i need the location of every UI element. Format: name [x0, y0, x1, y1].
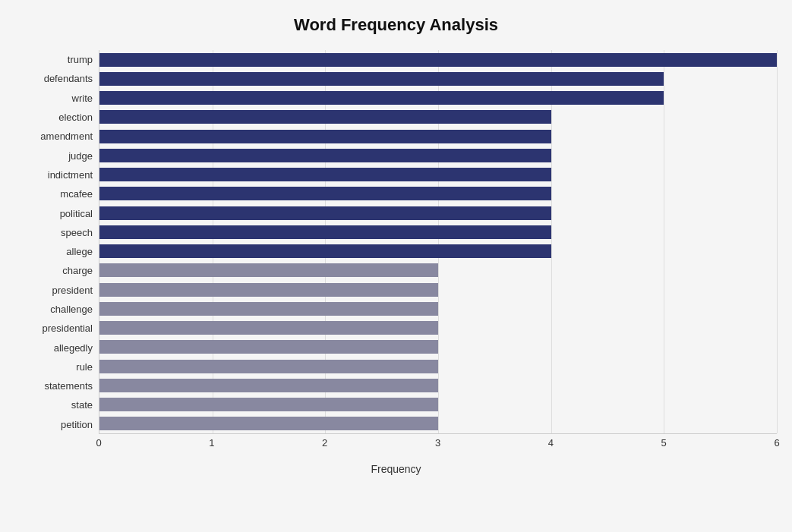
bar-row	[99, 52, 777, 68]
y-label: allegedly	[54, 340, 93, 355]
bar-row	[99, 397, 777, 412]
bar-row	[99, 378, 777, 393]
bar-row	[99, 244, 777, 259]
y-axis: trumpdefendantswriteelectionamendmentjud…	[15, 50, 99, 434]
y-label: defendants	[44, 71, 93, 87]
bar-row	[99, 339, 777, 354]
bar-trump	[99, 53, 777, 67]
bar-row	[99, 206, 777, 221]
y-label: statements	[44, 379, 93, 394]
y-label: president	[52, 282, 93, 297]
bar-petition	[99, 417, 438, 430]
bar-row	[99, 148, 777, 163]
bar-statements	[99, 379, 438, 392]
x-tick-5: 5	[661, 437, 667, 449]
x-tick-6: 6	[774, 437, 779, 449]
bar-row	[99, 301, 777, 316]
bar-row	[99, 416, 777, 431]
x-tick-1: 1	[209, 437, 214, 449]
chart-title: Word Frequency Analysis	[15, 15, 777, 35]
bar-write	[99, 91, 664, 105]
bar-row	[99, 71, 777, 87]
bar-speech	[99, 225, 551, 239]
bar-row	[99, 167, 777, 182]
bar-election	[99, 110, 551, 124]
x-tick-2: 2	[322, 437, 327, 449]
y-label: charge	[62, 263, 93, 279]
y-label: presidential	[43, 321, 93, 336]
y-label: speech	[61, 225, 93, 240]
grid-line	[664, 50, 664, 433]
chart-container: Word Frequency Analysis trumpdefendantsw…	[0, 0, 792, 532]
y-label: trump	[68, 52, 93, 68]
bar-presidential	[99, 321, 438, 335]
grid-line	[213, 50, 213, 433]
bar-row	[99, 282, 777, 297]
x-tick-4: 4	[548, 437, 554, 449]
bar-political	[99, 206, 551, 220]
bar-charge	[99, 263, 438, 277]
bar-row	[99, 186, 777, 201]
y-label: rule	[76, 359, 93, 374]
grid-line	[551, 50, 552, 433]
y-label: election	[58, 110, 93, 125]
y-label: challenge	[50, 302, 93, 317]
bar-row	[99, 109, 777, 124]
y-label: state	[71, 398, 93, 413]
bar-amendment	[99, 130, 551, 143]
y-label: judge	[68, 148, 93, 163]
y-label: mcafee	[60, 187, 93, 202]
bar-judge	[99, 149, 551, 162]
plot-area	[99, 50, 777, 434]
y-label: political	[60, 206, 93, 221]
bar-row	[99, 225, 777, 240]
y-label: petition	[61, 417, 93, 432]
grid-line	[438, 50, 439, 433]
bar-state	[99, 398, 438, 411]
x-axis-title: Frequency	[15, 463, 777, 475]
y-label: write	[72, 90, 93, 105]
y-label: amendment	[40, 129, 93, 144]
bar-challenge	[99, 302, 438, 316]
x-axis-section: 0123456	[99, 434, 777, 457]
y-label: allege	[66, 244, 93, 260]
bar-row	[99, 129, 777, 144]
bar-allegedly	[99, 340, 438, 354]
bar-row	[99, 359, 777, 374]
x-tick-3: 3	[435, 437, 440, 449]
y-label: indictment	[48, 167, 93, 182]
bar-row	[99, 263, 777, 278]
bar-defendants	[99, 72, 664, 86]
grid-line	[325, 50, 326, 433]
bar-row	[99, 320, 777, 335]
bar-allege	[99, 244, 551, 258]
bar-row	[99, 90, 777, 105]
grid-line	[777, 50, 778, 433]
x-ticks: 0123456	[99, 434, 777, 457]
bar-president	[99, 283, 438, 297]
bar-indictment	[99, 168, 551, 181]
chart-area: trumpdefendantswriteelectionamendmentjud…	[15, 50, 777, 434]
bar-rule	[99, 360, 438, 373]
x-tick-0: 0	[96, 437, 101, 449]
bar-mcafee	[99, 187, 551, 200]
